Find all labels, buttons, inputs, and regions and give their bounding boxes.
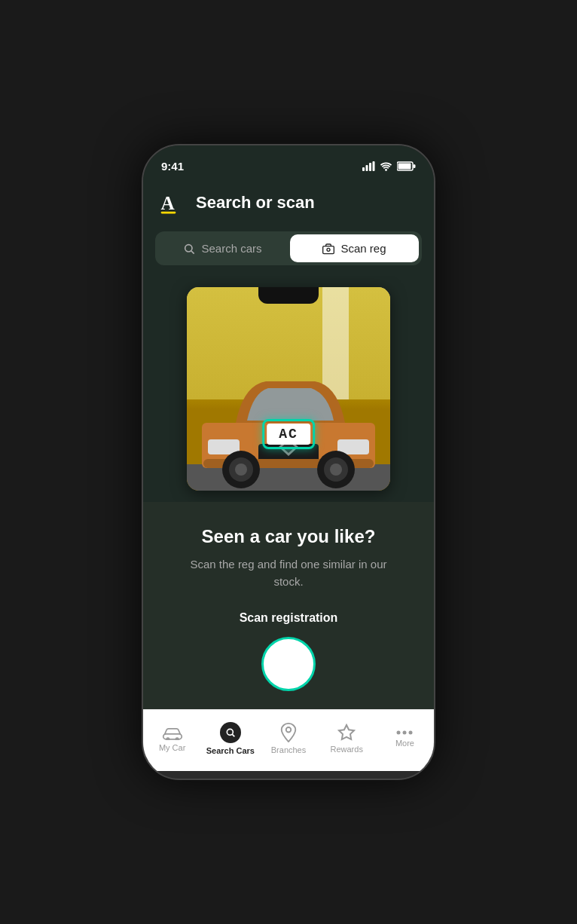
nav-label-branches: Branches: [271, 745, 306, 754]
svg-point-29: [175, 737, 179, 740]
plate-inner: AC: [267, 424, 310, 445]
battery-icon: [397, 161, 416, 171]
svg-point-30: [227, 729, 233, 735]
scan-registration-label: Scan registration: [240, 611, 338, 625]
svg-point-12: [327, 248, 330, 251]
nav-item-more[interactable]: More: [376, 730, 434, 748]
svg-rect-0: [362, 167, 365, 171]
svg-rect-5: [398, 163, 411, 169]
signal-icon: [362, 161, 375, 171]
camera-section: AC: [143, 276, 434, 502]
svg-rect-11: [323, 246, 334, 253]
svg-point-28: [166, 737, 169, 740]
svg-point-34: [397, 730, 401, 734]
svg-line-31: [232, 734, 234, 736]
wifi-icon: [380, 161, 392, 171]
search-cars-tab-label: Search cars: [201, 242, 261, 255]
tab-toggle-section: Search cars Scan reg: [143, 227, 434, 276]
location-nav-icon: [280, 723, 297, 742]
svg-rect-6: [414, 164, 416, 168]
plate-text: AC: [279, 427, 298, 442]
status-icons: [362, 161, 416, 171]
header: A Search or scan: [143, 183, 434, 227]
nav-label-search-cars: Search Cars: [206, 746, 255, 755]
camera-icon-tab: [322, 243, 334, 255]
car-nav-icon: [162, 725, 183, 740]
svg-text:A: A: [161, 193, 175, 213]
nav-label-more: More: [395, 739, 414, 748]
svg-rect-2: [369, 163, 371, 171]
svg-marker-33: [339, 725, 354, 739]
app-logo: A: [158, 189, 185, 216]
car-scene: AC: [187, 287, 390, 491]
svg-point-32: [286, 727, 292, 733]
svg-rect-3: [373, 161, 375, 171]
bottom-nav: My Car Search Cars Branches: [143, 709, 434, 771]
svg-rect-13: [187, 464, 390, 491]
nav-item-rewards[interactable]: Rewards: [318, 724, 376, 754]
info-headline: Seen a car you like?: [202, 526, 376, 547]
svg-point-36: [409, 730, 413, 734]
phone-frame: 9:41 A: [142, 144, 435, 780]
nav-label-my-car: My Car: [159, 743, 185, 752]
camera-view: AC: [187, 287, 390, 491]
svg-point-26: [330, 464, 342, 476]
svg-rect-1: [366, 165, 368, 171]
info-section: Seen a car you like? Scan the reg and fi…: [143, 502, 434, 709]
search-icon-tab: [183, 243, 195, 255]
svg-point-23: [235, 464, 247, 476]
svg-rect-8: [161, 212, 176, 214]
more-nav-icon: [395, 730, 414, 736]
scan-reg-tab-label: Scan reg: [340, 242, 386, 255]
license-plate-overlay: AC: [262, 419, 315, 449]
status-time: 9:41: [161, 160, 184, 173]
info-description: Scan the reg and find one similar in our…: [183, 556, 394, 590]
svg-rect-27: [163, 733, 182, 739]
status-bar: 9:41: [143, 145, 434, 183]
plate-border: AC: [262, 419, 315, 449]
scan-reg-tab[interactable]: Scan reg: [290, 234, 419, 262]
svg-line-10: [191, 251, 194, 254]
toggle-container: Search cars Scan reg: [155, 231, 422, 265]
search-cars-nav-icon: [220, 722, 241, 743]
scan-button[interactable]: [261, 637, 316, 691]
nav-item-search-cars[interactable]: Search Cars: [201, 722, 259, 755]
star-nav-icon: [337, 724, 356, 742]
nav-item-my-car[interactable]: My Car: [143, 725, 201, 752]
search-cars-tab[interactable]: Search cars: [158, 234, 287, 262]
svg-point-9: [185, 244, 192, 251]
nav-item-branches[interactable]: Branches: [259, 723, 317, 754]
nav-label-rewards: Rewards: [331, 745, 363, 754]
css-car-container: AC: [187, 355, 390, 491]
svg-point-35: [403, 730, 407, 734]
scan-button-inner: [267, 642, 310, 686]
notch-in-camera: [258, 287, 319, 304]
header-title: Search or scan: [196, 193, 315, 213]
